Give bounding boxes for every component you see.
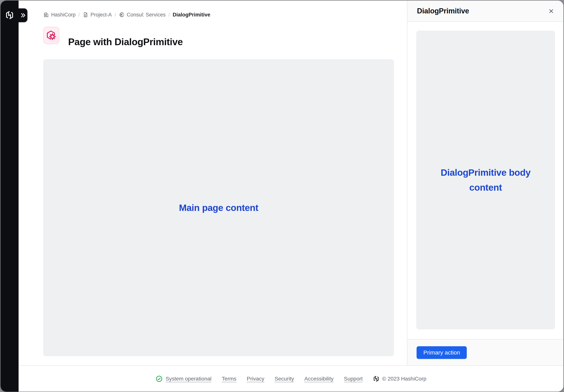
breadcrumb-item-hashicorp[interactable]: HashiCorp	[43, 12, 76, 18]
file-text-icon	[83, 12, 88, 18]
dialog-primitive-panel: DialogPrimitive DialogPrimitive body con…	[407, 0, 564, 365]
dialog-body-placeholder: DialogPrimitive body content	[416, 31, 555, 329]
close-button[interactable]	[547, 6, 556, 16]
footer-link-accessibility[interactable]: Accessibility	[304, 376, 334, 382]
breadcrumb-label: Consul: Services	[127, 12, 166, 18]
system-status-link[interactable]: System operational	[156, 375, 212, 382]
breadcrumb-label: HashiCorp	[51, 12, 76, 18]
footer-link-terms[interactable]: Terms	[222, 376, 237, 382]
copyright-text: © 2023 HashiCorp	[382, 376, 426, 382]
breadcrumb: HashiCorp / Project-A /	[43, 11, 210, 18]
status-label: System operational	[166, 376, 212, 382]
footer-link-security[interactable]: Security	[275, 376, 294, 382]
check-circle-icon	[156, 375, 163, 382]
dialog-footer: Primary action	[407, 339, 564, 365]
hashicorp-logo	[0, 11, 19, 20]
footer-copyright: © 2023 HashiCorp	[373, 376, 426, 382]
breadcrumb-separator: /	[112, 12, 119, 18]
breadcrumb-separator: /	[166, 12, 173, 18]
app-footer: System operational Terms Privacy Securit…	[19, 365, 564, 392]
breadcrumb-item-project[interactable]: Project-A	[83, 12, 112, 18]
hashicorp-logo-icon	[373, 376, 380, 382]
double-chevron-right-icon	[20, 13, 26, 18]
org-icon	[43, 12, 49, 18]
dialog-header: DialogPrimitive	[407, 0, 564, 22]
main-content-placeholder: Main page content	[43, 59, 394, 356]
page-title-icon-tile	[43, 27, 59, 44]
breadcrumb-label: Project-A	[91, 12, 112, 18]
main-placeholder-text: Main page content	[179, 200, 258, 215]
close-icon	[548, 8, 554, 14]
dialog-title: DialogPrimitive	[417, 7, 469, 15]
sidebar	[0, 0, 19, 392]
breadcrumb-item-consul-services[interactable]: Consul: Services	[119, 12, 166, 18]
consul-icon	[119, 12, 125, 18]
footer-link-support[interactable]: Support	[344, 376, 363, 382]
dialog-placeholder-text: DialogPrimitive body content	[434, 165, 537, 195]
breadcrumb-separator: /	[76, 12, 83, 18]
sidebar-expand-button[interactable]	[19, 8, 28, 22]
app-window: HashiCorp / Project-A /	[0, 0, 564, 392]
hexagon-gear-icon	[46, 30, 56, 41]
footer-link-privacy[interactable]: Privacy	[247, 376, 264, 382]
breadcrumb-item-current: DialogPrimitive	[173, 12, 211, 18]
page-title: Page with DialogPrimitive	[68, 33, 183, 51]
primary-action-button[interactable]: Primary action	[417, 346, 467, 359]
